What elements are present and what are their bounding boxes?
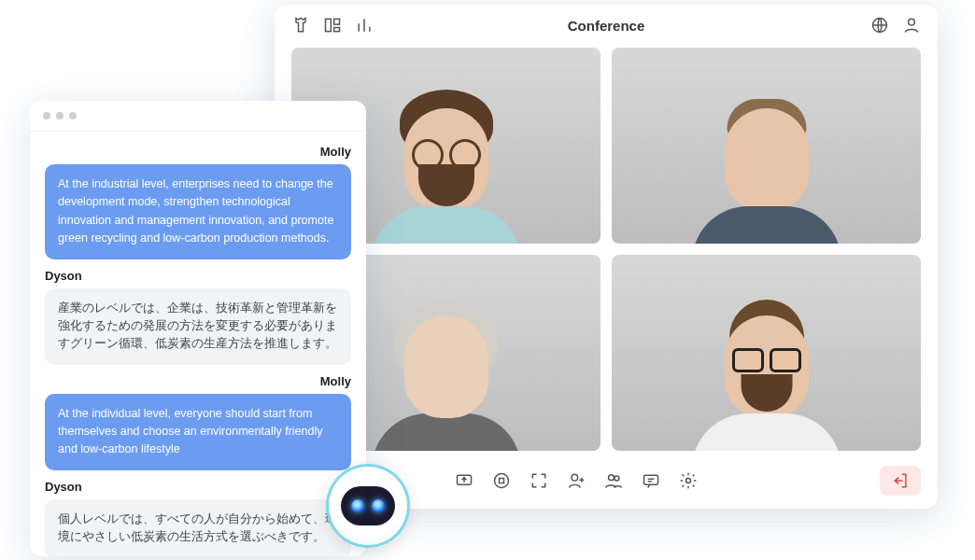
chat-bubble: 産業のレベルでは、企業は、技術革新と管理革新を強化するための発展の方法を変更する… <box>45 288 351 365</box>
profile-icon[interactable] <box>902 16 921 35</box>
svg-point-8 <box>572 474 578 481</box>
svg-rect-0 <box>326 19 332 31</box>
shirt-icon[interactable] <box>291 16 310 35</box>
leave-icon <box>891 471 910 490</box>
conference-header: Conference <box>275 5 938 42</box>
chat-bubble: 個人レベルでは、すべての人が自分から始めて、環境にやさしい低炭素の生活方式を選ぶ… <box>45 499 351 556</box>
video-tile-2[interactable] <box>612 48 921 244</box>
conference-title: Conference <box>568 18 645 34</box>
chat-window: Molly At the industrial level, enterpris… <box>30 101 366 556</box>
svg-point-10 <box>615 476 619 481</box>
bot-face-icon <box>341 486 395 525</box>
svg-point-12 <box>686 479 691 483</box>
conference-window: Conference <box>275 5 938 509</box>
leave-button[interactable] <box>880 466 921 496</box>
stop-icon[interactable] <box>492 471 511 490</box>
layout-icon[interactable] <box>323 16 342 35</box>
svg-point-9 <box>609 475 615 481</box>
video-tile-4[interactable] <box>612 255 921 451</box>
svg-point-4 <box>909 19 915 25</box>
settings-icon[interactable] <box>679 471 698 490</box>
chat-bubble: At the individual level, everyone should… <box>45 394 351 470</box>
chat-body: Molly At the industrial level, enterpris… <box>30 132 366 556</box>
chat-bubble: At the industrial level, enterprises nee… <box>45 164 351 259</box>
chat-sender: Dyson <box>45 269 351 283</box>
chat-sender: Molly <box>45 145 351 159</box>
svg-rect-7 <box>500 479 504 483</box>
svg-rect-1 <box>334 19 340 24</box>
svg-point-6 <box>495 474 509 488</box>
poll-icon[interactable] <box>355 16 374 35</box>
bot-avatar[interactable] <box>329 467 407 545</box>
svg-rect-11 <box>644 475 658 484</box>
window-dot[interactable] <box>43 112 50 119</box>
svg-rect-2 <box>334 28 340 32</box>
share-screen-icon[interactable] <box>455 471 473 490</box>
window-dot[interactable] <box>56 112 64 119</box>
window-controls <box>30 101 366 132</box>
video-grid <box>275 42 938 456</box>
window-dot[interactable] <box>69 112 77 119</box>
participants-icon[interactable] <box>604 471 623 490</box>
chat-sender: Dyson <box>45 480 351 494</box>
chat-sender: Molly <box>45 374 351 388</box>
add-participant-icon[interactable] <box>567 471 586 490</box>
fullscreen-icon[interactable] <box>530 471 548 490</box>
globe-icon[interactable] <box>870 16 889 35</box>
chat-icon[interactable] <box>642 471 660 490</box>
